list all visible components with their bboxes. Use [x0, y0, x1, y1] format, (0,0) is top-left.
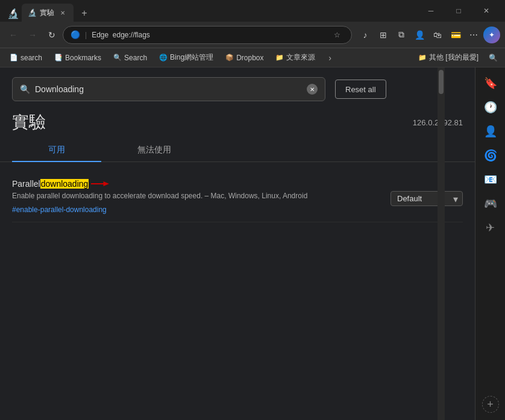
flags-search-bar: 🔍 ✕ Reset all	[0, 67, 475, 101]
content-area: 🔍 ✕ Reset all 實驗 126.0.2592.81 可用 無法使用	[0, 67, 475, 420]
back-button[interactable]: ←	[5, 27, 22, 43]
split-icon[interactable]: ⧉	[393, 27, 410, 43]
address-icons: ☆	[330, 28, 344, 42]
bookmark-icon-search2: 🔍	[113, 54, 122, 61]
search-clear-button[interactable]: ✕	[307, 84, 318, 95]
wallet-icon[interactable]: 💳	[447, 27, 464, 43]
flag-select[interactable]: Default Enabled Disabled	[391, 191, 463, 206]
flag-name-before: Parallel	[12, 179, 40, 189]
bookmarks-bar: 📄 search 📑 Bookmarks 🔍 Search 🌐 Bing網站管理…	[0, 48, 505, 67]
new-tab-button[interactable]: +	[76, 5, 93, 22]
bookmark-label-articles: 文章來源	[286, 52, 315, 63]
search-sidebar-button[interactable]: 🔍	[486, 51, 500, 65]
minimize-button[interactable]: ─	[417, 1, 445, 20]
flag-item-header: Parallel downloading	[12, 179, 463, 189]
bookmark-label-search: search	[20, 54, 42, 62]
main-layout: 🔍 ✕ Reset all 實驗 126.0.2592.81 可用 無法使用	[0, 67, 505, 420]
bookmark-item-dropbox[interactable]: 📦 Dropbox	[221, 52, 268, 63]
toolbar-icons: ♪ ⊞ ⧉ 👤 🛍 💳 ⋯ ✦	[357, 27, 500, 43]
bookmark-item-search2[interactable]: 🔍 Search	[108, 52, 152, 63]
bookmark-icon-dropbox: 📦	[225, 54, 234, 61]
close-button[interactable]: ✕	[472, 1, 500, 20]
bookmarks-sidebar-icon[interactable]: 🔖	[480, 72, 501, 94]
flag-name-highlight: downloading	[40, 179, 89, 189]
more-icon[interactable]: ⋯	[465, 27, 482, 43]
address-label: Edge edge://flags	[92, 31, 325, 39]
profile-icon[interactable]: 👤	[411, 27, 428, 43]
edge-favicon: 🔵	[71, 30, 80, 40]
star-icon[interactable]: ☆	[330, 28, 344, 42]
music-icon[interactable]: ♪	[357, 27, 374, 43]
titlebar: 🔬 🔬 實驗 ✕ + ─ □ ✕	[0, 0, 505, 22]
flag-description: Enable parallel downloading to accelerat…	[12, 191, 307, 201]
tab-title: 實驗	[40, 8, 54, 18]
browser-label: Edge	[92, 31, 108, 39]
outlook-sidebar-icon[interactable]: 📧	[480, 169, 501, 190]
bookmark-item-search[interactable]: 📄 search	[5, 52, 47, 63]
flags-page: 🔍 ✕ Reset all 實驗 126.0.2592.81 可用 無法使用	[0, 67, 475, 420]
bookmark-icon-articles: 📁	[275, 54, 284, 61]
tab-favicon: 🔬	[28, 8, 36, 17]
history-sidebar-icon[interactable]: 🕐	[480, 96, 501, 118]
edge-sidebar-icon[interactable]: 🌀	[480, 145, 501, 166]
address-bar: ← → ↻ 🔵 | Edge edge://flags ☆ ♪ ⊞ ⧉ 👤 🛍 …	[0, 22, 505, 48]
bookmark-icon-bing: 🌐	[159, 54, 168, 61]
flags-search-input[interactable]	[35, 84, 302, 94]
bookmark-icon-search: 📄	[10, 54, 18, 61]
right-sidebar: 🔖 🕐 👤 🌀 📧 🎮 ✈ +	[475, 67, 505, 420]
sidebar-add-button[interactable]: +	[482, 396, 499, 413]
red-arrow-icon	[91, 179, 109, 189]
search-icon: 🔍	[20, 84, 30, 94]
scrollbar-thumb[interactable]	[439, 70, 444, 94]
address-divider: |	[85, 31, 87, 39]
tab-unavailable[interactable]: 無法使用	[101, 139, 207, 161]
bookmark-label-search2: Search	[124, 54, 147, 62]
window-controls: ─ □ ✕	[417, 1, 500, 20]
tab-close-button[interactable]: ✕	[58, 8, 67, 17]
folder-icon: 📁	[418, 54, 427, 61]
active-tab[interactable]: 🔬 實驗 ✕	[22, 4, 74, 22]
maximize-button[interactable]: □	[445, 1, 472, 20]
games-sidebar-icon[interactable]: 🎮	[480, 193, 501, 215]
url-text: edge://flags	[113, 31, 150, 39]
bookmark-label-bing: Bing網站管理	[170, 52, 213, 63]
forward-button[interactable]: →	[24, 27, 41, 43]
tab-available[interactable]: 可用	[12, 139, 101, 161]
refresh-button[interactable]: ↻	[43, 27, 60, 43]
flags-tabs: 可用 無法使用	[0, 139, 475, 162]
collections-icon[interactable]: ⊞	[375, 27, 392, 43]
address-box[interactable]: 🔵 | Edge edge://flags ☆	[63, 26, 352, 44]
flag-select-container: Default Enabled Disabled	[391, 191, 463, 206]
shopping-icon[interactable]: 🛍	[429, 27, 446, 43]
flags-title: 實驗	[12, 111, 46, 134]
bookmarks-more-button[interactable]: ›	[322, 51, 337, 65]
copilot-button[interactable]: ✦	[483, 27, 500, 43]
flags-header: 實驗 126.0.2592.81	[0, 101, 475, 139]
bookmark-label-bookmarks: Bookmarks	[65, 54, 101, 62]
tab-strip: 🔬 🔬 實驗 ✕ +	[5, 0, 413, 22]
flags-search-wrap: 🔍 ✕	[12, 77, 325, 101]
bookmark-label-dropbox: Dropbox	[236, 54, 263, 62]
bookmark-icon-bookmarks: 📑	[54, 54, 63, 61]
flag-item-parallel-downloading: Parallel downloading	[12, 172, 463, 222]
svg-marker-1	[104, 181, 109, 186]
bookmark-item-articles[interactable]: 📁 文章來源	[271, 51, 320, 64]
bookmark-folder-others[interactable]: 📁 其他 [我的最愛]	[413, 51, 483, 64]
bookmark-item-bing[interactable]: 🌐 Bing網站管理	[154, 51, 218, 64]
bookmark-folder-label: 其他 [我的最愛]	[429, 52, 478, 63]
flags-list: Parallel downloading	[0, 162, 475, 420]
bookmark-item-bookmarks[interactable]: 📑 Bookmarks	[49, 52, 106, 63]
flag-link[interactable]: #enable-parallel-downloading	[12, 205, 107, 214]
content-scrollbar	[438, 67, 445, 420]
telegram-sidebar-icon[interactable]: ✈	[480, 217, 501, 239]
reset-all-button[interactable]: Reset all	[335, 80, 386, 99]
profile-sidebar-icon[interactable]: 👤	[480, 121, 501, 142]
